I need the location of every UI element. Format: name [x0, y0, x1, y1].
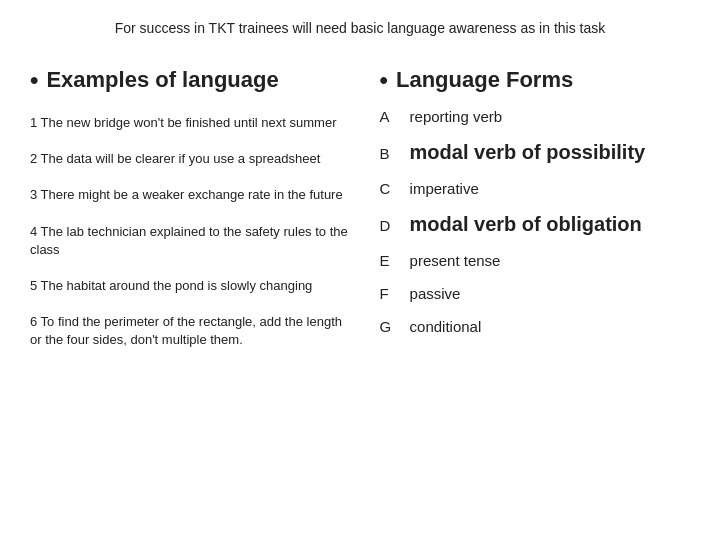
form-text: passive: [410, 285, 461, 302]
header: For success in TKT trainees will need ba…: [30, 20, 690, 36]
form-text: modal verb of obligation: [410, 213, 642, 236]
examples-title: Examples of language: [30, 66, 350, 94]
examples-list: 1 The new bridge won't be finished until…: [30, 114, 350, 350]
example-item: 1 The new bridge won't be finished until…: [30, 114, 350, 132]
content-columns: Examples of language 1 The new bridge wo…: [30, 66, 690, 368]
form-text: imperative: [410, 180, 479, 197]
form-text: reporting verb: [410, 108, 503, 125]
lang-form-item: Gconditional: [380, 318, 690, 335]
forms-list: Areporting verbBmodal verb of possibilit…: [380, 108, 690, 335]
page: For success in TKT trainees will need ba…: [0, 0, 720, 540]
example-item: 2 The data will be clearer if you use a …: [30, 150, 350, 168]
form-letter: F: [380, 285, 410, 302]
form-letter: E: [380, 252, 410, 269]
form-letter: G: [380, 318, 410, 335]
lang-form-item: Bmodal verb of possibility: [380, 141, 690, 164]
form-text: modal verb of possibility: [410, 141, 646, 164]
lang-form-item: Areporting verb: [380, 108, 690, 125]
form-letter: C: [380, 180, 410, 197]
lang-form-item: Cimperative: [380, 180, 690, 197]
language-forms-title: Language Forms: [380, 66, 690, 94]
form-letter: D: [380, 217, 410, 234]
example-item: 4 The lab technician explained to the sa…: [30, 223, 350, 259]
form-text: present tense: [410, 252, 501, 269]
form-text: conditional: [410, 318, 482, 335]
form-letter: A: [380, 108, 410, 125]
example-item: 3 There might be a weaker exchange rate …: [30, 186, 350, 204]
example-item: 6 To find the perimeter of the rectangle…: [30, 313, 350, 349]
form-letter: B: [380, 145, 410, 162]
left-column: Examples of language 1 The new bridge wo…: [30, 66, 370, 368]
example-item: 5 The habitat around the pond is slowly …: [30, 277, 350, 295]
header-text: For success in TKT trainees will need ba…: [115, 20, 606, 36]
lang-form-item: Epresent tense: [380, 252, 690, 269]
lang-form-item: Fpassive: [380, 285, 690, 302]
lang-form-item: Dmodal verb of obligation: [380, 213, 690, 236]
right-column: Language Forms Areporting verbBmodal ver…: [370, 66, 690, 368]
